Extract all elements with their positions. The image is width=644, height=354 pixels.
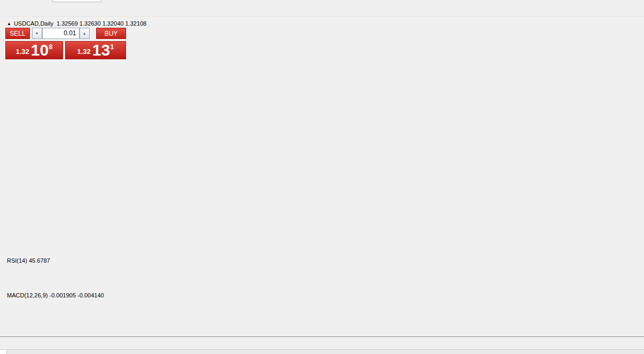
volume-decrease-button[interactable]: ▼ xyxy=(32,28,42,39)
scroll-corner xyxy=(0,350,7,354)
chart-symbol-label: USDCAD,Daily xyxy=(14,20,53,27)
volume-increase-button[interactable]: ▲ xyxy=(80,28,90,39)
arrow-up-icon: ▲ xyxy=(83,32,87,35)
sell-price-pips: 10 xyxy=(31,43,49,57)
one-click-trade-panel: SELL ▼ 0.01 ▲ BUY 1.32108 1.32131 xyxy=(5,28,126,60)
rsi-indicator-label: RSI(14) 45.6787 xyxy=(7,257,50,264)
buy-price-base: 1.32 xyxy=(77,46,91,57)
trading-platform-window: ▲USDCAD,Daily 1.32569 1.32630 1.32040 1.… xyxy=(0,0,644,354)
symbol-tab-bar xyxy=(0,336,644,349)
macd-indicator-label: MACD(12,26,9) -0.001905 -0.004140 xyxy=(7,292,104,298)
buy-price-pips: 13 xyxy=(92,43,110,57)
sell-price-base: 1.32 xyxy=(16,46,29,57)
chart-title: ▲USDCAD,Daily 1.32569 1.32630 1.32040 1.… xyxy=(7,20,146,27)
arrow-down-icon: ▼ xyxy=(35,32,39,35)
bottom-strip xyxy=(0,349,644,354)
sell-price-point: 8 xyxy=(49,43,52,51)
chart-ohlc-values: 1.32569 1.32630 1.32040 1.32108 xyxy=(57,20,146,27)
volume-input[interactable]: 0.01 xyxy=(42,28,80,39)
buy-button[interactable]: BUY xyxy=(96,28,126,39)
sell-price-button[interactable]: 1.32108 xyxy=(5,41,63,59)
buy-price-point: 1 xyxy=(110,43,114,51)
collapse-triangle-icon[interactable]: ▲ xyxy=(7,21,11,26)
sell-button[interactable]: SELL xyxy=(5,28,30,39)
buy-price-button[interactable]: 1.32131 xyxy=(65,41,126,59)
